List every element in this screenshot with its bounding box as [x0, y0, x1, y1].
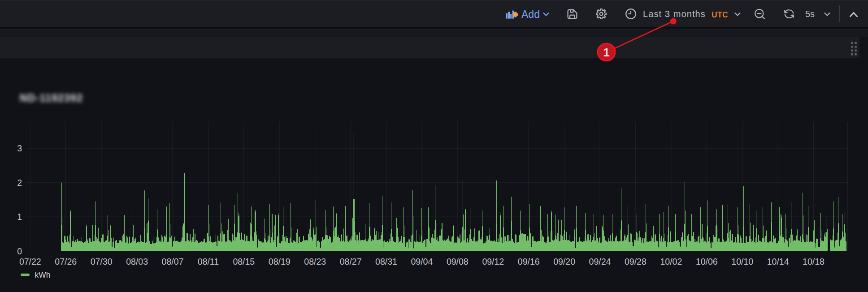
svg-text:1: 1: [603, 46, 609, 59]
